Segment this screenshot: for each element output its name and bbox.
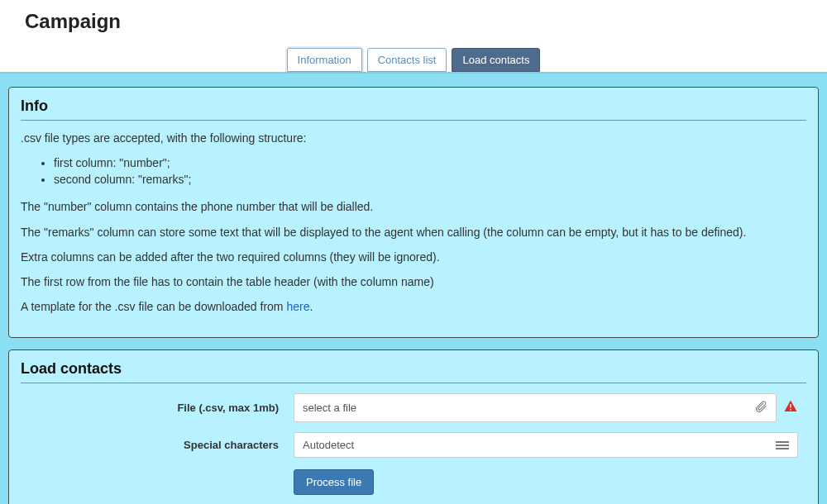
info-header-row: The first row from the file has to conta… [21, 274, 806, 289]
file-input-placeholder: select a file [303, 402, 356, 414]
info-template-suffix: . [309, 300, 313, 313]
load-contacts-panel: Load contacts File (.csv, max 1mb) selec… [8, 349, 819, 504]
info-columns-list: first column: "number"; second column: "… [21, 155, 806, 188]
info-panel-title: Info [21, 97, 806, 115]
svg-rect-0 [790, 404, 791, 408]
content-area: Info .csv file types are accepted, with … [0, 72, 827, 504]
info-template-prefix: A template for the .csv file can be down… [21, 300, 286, 313]
list-item: second column: "remarks"; [54, 172, 806, 188]
load-panel-title: Load contacts [21, 360, 806, 378]
info-panel: Info .csv file types are accepted, with … [8, 87, 819, 338]
special-chars-value: Autodetect [303, 439, 354, 451]
info-extra: Extra columns can be added after the two… [21, 250, 806, 264]
process-file-button[interactable]: Process file [294, 469, 374, 495]
special-chars-label: Special characters [21, 439, 294, 451]
template-download-link[interactable]: here [286, 300, 309, 313]
tab-information[interactable]: Information [287, 48, 362, 72]
file-row: File (.csv, max 1mb) select a file [21, 393, 806, 422]
divider [21, 383, 806, 383]
divider [21, 120, 806, 121]
info-intro: .csv file types are accepted, with the f… [21, 131, 806, 145]
paperclip-icon [754, 400, 767, 416]
list-item: first column: "number"; [54, 155, 806, 172]
special-chars-row: Special characters Autodetect [21, 432, 806, 458]
warning-icon [783, 399, 798, 416]
info-template: A template for the .csv file can be down… [21, 299, 806, 314]
file-label: File (.csv, max 1mb) [21, 402, 294, 414]
page-title: Campaign [25, 10, 802, 33]
tab-contacts-list[interactable]: Contacts list [367, 48, 447, 72]
file-input[interactable]: select a file [294, 393, 777, 422]
tab-load-contacts[interactable]: Load contacts [452, 48, 540, 72]
tabs-bar: Information Contacts list Load contacts [0, 48, 827, 72]
menu-icon [776, 441, 789, 449]
special-chars-select[interactable]: Autodetect [294, 432, 798, 458]
info-number: The "number" column contains the phone n… [21, 199, 806, 214]
info-remarks: The "remarks" column can store some text… [21, 225, 806, 240]
svg-rect-1 [790, 409, 791, 411]
